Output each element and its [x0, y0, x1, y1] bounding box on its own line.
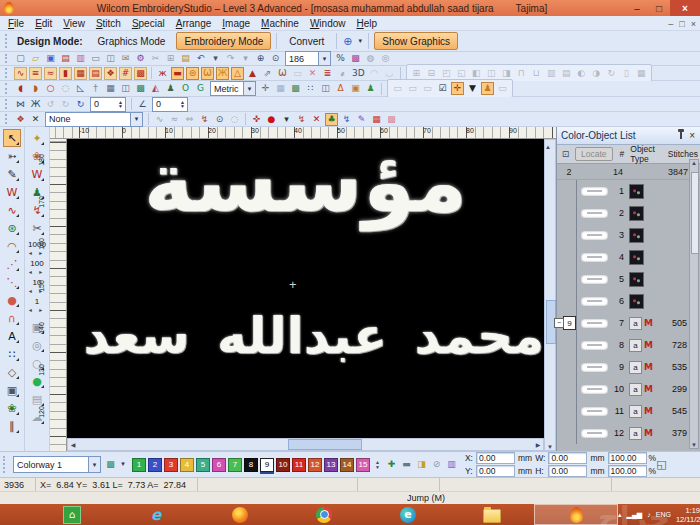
bitmap-icon[interactable]: ▩ [134, 82, 147, 95]
object-type-icon[interactable] [629, 272, 644, 287]
zoom-percent-icon[interactable]: % [334, 52, 347, 65]
locate-button[interactable]: Locate [575, 147, 613, 161]
operator-icon[interactable]: ♟ [364, 82, 377, 95]
menu-stitch[interactable]: Stitch [96, 18, 121, 29]
rotate-ccw-icon[interactable]: ↺ [44, 98, 57, 111]
cut-icon[interactable]: ✂ [149, 52, 162, 65]
effects-icon[interactable]: ◌ [228, 113, 241, 126]
object-row[interactable]: 8 a M 728 [557, 334, 700, 356]
add-color-icon[interactable]: ✚ [385, 458, 398, 471]
thread-tension-icon[interactable]: ↯ [198, 113, 211, 126]
closest-join-icon[interactable]: ❖ [14, 113, 27, 126]
align-right-icon[interactable]: ◨ [500, 67, 513, 80]
object-thumbnail[interactable] [581, 319, 608, 328]
column-header-stitches[interactable]: Stitches [668, 149, 698, 159]
scroll-down-icon[interactable]: ▼ [545, 444, 555, 450]
nudge-step-button[interactable]: 100 ◂ ▸ [26, 259, 48, 278]
motif-run-icon[interactable]: ≈ [44, 67, 57, 80]
scroll-up-icon[interactable]: ▲ [545, 144, 551, 150]
current-color-icon[interactable]: ● [265, 113, 278, 126]
machine-format-icon[interactable]: ▭ [496, 82, 509, 95]
hoop-icon[interactable]: ▣ [349, 82, 362, 95]
embroidery-text-line2[interactable]: محمد عبدالله سعد للتجارة [67, 307, 544, 365]
object-row[interactable]: 12 a M 379 [557, 422, 700, 444]
vector-art-icon[interactable]: ◭ [149, 82, 162, 95]
print-preview-icon[interactable]: ◫ [104, 52, 117, 65]
object-row[interactable]: 11 a M 545 [557, 400, 700, 422]
internet-explorer-app[interactable]: e [114, 504, 198, 525]
object-type-icon[interactable] [629, 228, 644, 243]
graphics-mode-button[interactable]: Graphics Mode [91, 33, 173, 49]
remove-stitches-icon[interactable]: ✕ [310, 113, 323, 126]
y-field[interactable]: 0.00 [476, 465, 515, 477]
globe-dropdown-icon[interactable]: ▾ [356, 35, 364, 48]
scroll-left-icon[interactable]: ◀ [68, 441, 78, 448]
hoop-template-icon[interactable]: ◫ [119, 82, 132, 95]
object-row[interactable]: 2 [557, 202, 700, 224]
zoom-in-icon[interactable]: ⊕ [254, 52, 267, 65]
align-bottom-icon[interactable]: ⊔ [530, 67, 543, 80]
color-swatch[interactable]: 15 [356, 458, 370, 472]
closed-shape-tool[interactable]: ⋱ [3, 273, 21, 291]
convert-button[interactable]: Convert [282, 33, 331, 49]
mirror-merge-icon[interactable]: ✦ [28, 129, 46, 147]
underlay-icon[interactable]: ∿ [153, 113, 166, 126]
auto-scroll-icon[interactable]: ▭ [391, 82, 404, 95]
new-design-icon[interactable]: ▢ [14, 52, 27, 65]
zoom-1to1-icon[interactable]: ⊙ [269, 52, 282, 65]
check-outlines-icon[interactable]: ☑ [436, 82, 449, 95]
overlap-check-icon[interactable]: ▩ [289, 82, 302, 95]
panel-scroll-down-icon[interactable]: ▼ [690, 442, 698, 448]
mirror-v-icon[interactable]: ◑ [590, 67, 603, 80]
vertical-scrollbar[interactable]: ▲ ▼ [544, 139, 556, 451]
stem-stitch-icon[interactable]: ▭ [291, 67, 304, 80]
menu-view[interactable]: View [63, 18, 85, 29]
colorway-editor-icon[interactable]: ▩ [104, 458, 117, 471]
menu-special[interactable]: Special [132, 18, 165, 29]
rotate-angle-field[interactable]: 0 ▲▼ [90, 97, 126, 112]
colorway-dropdown-icon[interactable]: ▾ [88, 457, 100, 472]
stipple-run-icon[interactable]: ≣ [321, 67, 334, 80]
distribute-icon[interactable]: ▦ [635, 67, 648, 80]
object-thumbnail[interactable] [581, 253, 608, 262]
swatch-scroll-spinner[interactable]: ▲▼ [375, 460, 380, 470]
satin-fill-icon[interactable]: ▬ [171, 67, 184, 80]
embroidery-mode-button[interactable]: Embroidery Mode [176, 32, 271, 50]
object-thumbnail[interactable] [581, 429, 608, 438]
language-indicator[interactable]: ENG [656, 511, 671, 518]
align-top-icon[interactable]: ⊓ [515, 67, 528, 80]
menu-edit[interactable]: Edit [35, 18, 52, 29]
child-close-button[interactable]: × [691, 19, 696, 29]
object-type-icon[interactable] [629, 206, 644, 221]
outline-run-icon[interactable]: ж [156, 67, 169, 80]
volume-icon[interactable]: ♪ [647, 511, 651, 518]
units-dropdown-icon[interactable]: ▾ [243, 82, 255, 95]
ungroup-icon[interactable]: ⊟ [425, 67, 438, 80]
cross-stitch-icon[interactable]: # [119, 67, 132, 80]
print-icon[interactable]: ▭ [89, 52, 102, 65]
color-swatch[interactable]: 6 [212, 458, 226, 472]
spacing-icon[interactable]: ▯ [620, 67, 633, 80]
auto-spacing-icon[interactable]: ≈ [168, 113, 181, 126]
corner-tool-icon[interactable]: ◺ [74, 82, 87, 95]
object-thumbnail[interactable] [581, 187, 608, 196]
redo-icon[interactable]: ↷ [224, 52, 237, 65]
fancy-fill-icon[interactable]: ⊜ [186, 67, 199, 80]
skew-spinner[interactable]: ▲▼ [178, 100, 187, 108]
lock-icon[interactable]: ◰ [440, 67, 453, 80]
chrome-app[interactable] [282, 504, 366, 525]
paste-icon[interactable]: ▤ [179, 52, 192, 65]
child-minimize-button[interactable]: – [668, 19, 673, 29]
space-evenly-v-icon[interactable]: ▤ [560, 67, 573, 80]
column-header-object-type[interactable]: Object Type [630, 144, 662, 164]
connectors-filter-icon[interactable]: ▼ [466, 82, 479, 95]
effect-dropdown-icon[interactable]: ▾ [130, 113, 142, 126]
reshape-tool[interactable]: ➳ [3, 147, 21, 165]
arc-tool[interactable]: ∩ [3, 309, 21, 327]
snap-grid-icon[interactable]: ▦ [274, 82, 287, 95]
restore-button[interactable]: □ [648, 0, 670, 16]
align-left-icon[interactable]: ◧ [470, 67, 483, 80]
network-icon[interactable]: ▂▄▆ [627, 511, 643, 519]
show-hoop-icon[interactable]: ♟ [481, 82, 494, 95]
insert-design-icon[interactable]: ▤ [59, 52, 72, 65]
